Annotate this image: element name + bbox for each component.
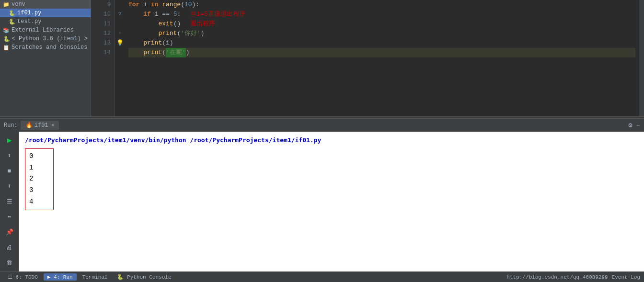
- run-tab-icon: 🔥: [25, 122, 33, 129]
- sidebar-item-scratches[interactable]: 📋 Scratches and Consoles: [0, 43, 91, 52]
- libraries-icon: 📚: [3, 27, 10, 34]
- code-editor[interactable]: 9 10 11 12 13 14 ▽ ▿ 💡 for i in range(10…: [91, 0, 639, 116]
- terminal-label: Terminal: [82, 274, 108, 280]
- run-header: Run: 🔥 if01 × ⚙ −: [0, 118, 644, 132]
- python-file-icon2: 🐍: [9, 19, 15, 25]
- run-tab-name: if01: [34, 122, 48, 129]
- bottom-bar: ☰ 6: TODO ▶ 4: Run Terminal 🐍 Python Con…: [0, 271, 644, 282]
- python-icon: 🐍: [3, 36, 10, 42]
- bottom-tabs: ☰ 6: TODO ▶ 4: Run Terminal 🐍 Python Con…: [4, 273, 175, 281]
- align-button[interactable]: ⬌: [4, 211, 15, 223]
- code-line-10: if i == 5:当i=5直接退出程序: [128, 10, 635, 19]
- run-tab[interactable]: 🔥 if01 ×: [21, 121, 59, 130]
- folder-icon: 📁: [3, 1, 10, 8]
- todo-label: ☰ 6: TODO: [8, 274, 38, 280]
- output-box: 0 1 2 3 4: [25, 148, 54, 210]
- scratches-icon: 📋: [3, 45, 10, 51]
- run-toolbar: ▶ ⬆ ■ ⬇ ☰ ⬌ 📌 🖨 🗑: [0, 132, 19, 271]
- bottom-right: http://blog.csdn.net/qq_46089299 Event L…: [506, 274, 640, 280]
- output-line-3: 3: [29, 185, 46, 196]
- sidebar-item-if01[interactable]: 🐍 if01.py: [0, 9, 91, 17]
- scrollbar[interactable]: [639, 0, 644, 116]
- editor-area: 9 10 11 12 13 14 ▽ ▿ 💡 for i in range(10…: [91, 0, 639, 116]
- python-console-label: 🐍 Python Console: [117, 274, 171, 280]
- run-content: ▶ ⬆ ■ ⬇ ☰ ⬌ 📌 🖨 🗑 /root/PycharmProjects/…: [0, 132, 644, 271]
- event-log[interactable]: Event Log: [612, 274, 640, 280]
- tab-todo[interactable]: ☰ 6: TODO: [4, 273, 42, 281]
- pin-button[interactable]: 📌: [4, 226, 15, 238]
- sidebar: 📁 venv 🐍 if01.py 🐍 test.py 📚 External Li…: [0, 0, 91, 116]
- tab-terminal[interactable]: Terminal: [79, 274, 112, 281]
- list-button[interactable]: ☰: [4, 196, 15, 207]
- run-label: Run:: [4, 122, 18, 129]
- print-button[interactable]: 🖨: [4, 242, 15, 253]
- run-panel: Run: 🔥 if01 × ⚙ − ▶ ⬆ ■ ⬇ ☰ ⬌ 📌 🖨 🗑 /r: [0, 118, 644, 271]
- delete-button[interactable]: 🗑: [4, 257, 15, 269]
- code-line-14: print('在呢'): [128, 48, 635, 57]
- sidebar-item-test[interactable]: 🐍 test.py: [0, 17, 91, 26]
- run-tab-close[interactable]: ×: [51, 123, 55, 128]
- code-line-9: for i in range(10):: [128, 0, 635, 10]
- code-content[interactable]: for i in range(10): if i == 5:当i=5直接退出程序…: [125, 0, 639, 116]
- run-tab-label: ▶ 4: Run: [47, 274, 73, 280]
- sidebar-item-venv[interactable]: 📁 venv: [0, 0, 91, 9]
- sidebar-item-extlibs[interactable]: 📚 External Libraries: [0, 26, 91, 34]
- sidebar-item-python36[interactable]: 🐍 < Python 3.6 (item1) >: [0, 34, 91, 43]
- output-line-2: 2: [29, 173, 46, 185]
- scroll-top-button[interactable]: ⬆: [4, 150, 15, 161]
- line-numbers: 9 10 11 12 13 14: [91, 0, 115, 116]
- minimize-icon[interactable]: −: [636, 122, 640, 129]
- play-button[interactable]: ▶: [4, 135, 15, 146]
- blog-url: http://blog.csdn.net/qq_46089299: [506, 274, 608, 280]
- code-line-11: exit()退出程序: [128, 19, 635, 29]
- output-line-1: 1: [29, 162, 46, 174]
- output-line-4: 4: [29, 196, 46, 208]
- tab-python-console[interactable]: 🐍 Python Console: [113, 273, 175, 281]
- gutter: ▽ ▿ 💡: [115, 0, 125, 116]
- settings-icon[interactable]: ⚙: [628, 121, 632, 129]
- run-output: /root/PycharmProjects/item1/venv/bin/pyt…: [19, 132, 644, 271]
- code-line-12: print('你好'): [128, 29, 635, 38]
- run-command: /root/PycharmProjects/item1/venv/bin/pyt…: [25, 135, 638, 146]
- tab-run[interactable]: ▶ 4: Run: [44, 273, 77, 281]
- run-header-right: ⚙ −: [628, 121, 640, 129]
- run-header-left: Run: 🔥 if01 ×: [4, 121, 61, 130]
- output-line-0: 0: [29, 151, 46, 162]
- code-line-13: print(i): [128, 38, 635, 48]
- stop-button[interactable]: ■: [4, 165, 15, 177]
- scroll-down-button[interactable]: ⬇: [4, 180, 15, 192]
- python-file-icon: 🐍: [9, 10, 15, 16]
